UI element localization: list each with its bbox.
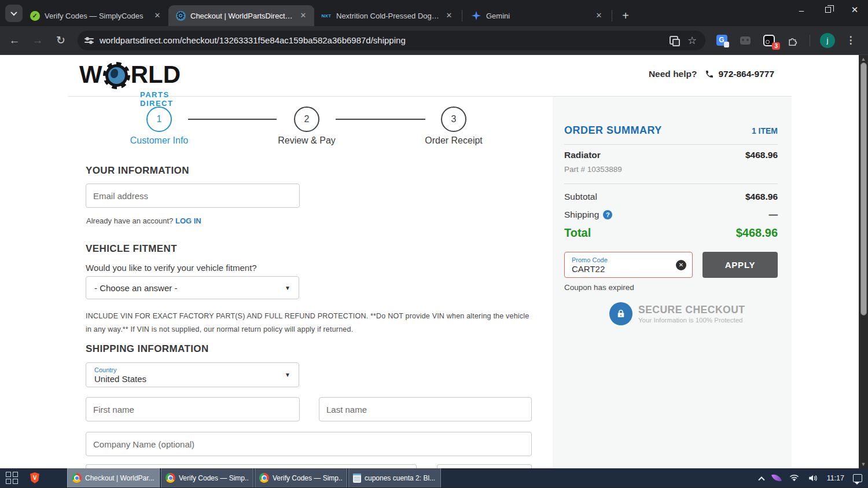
extensions-puzzle-icon[interactable] [786,34,800,47]
address-field-partial[interactable] [86,464,417,468]
tab-divider [462,10,462,21]
scrollbar-thumb[interactable] [860,63,867,315]
divider [564,144,778,145]
step-2-circle: 2 [294,107,319,132]
tab-simplycodes[interactable]: ✓ Verify Codes — SimplyCodes ✕ [23,5,168,26]
new-tab-button[interactable]: + [617,8,634,24]
chevron-down-icon: ▼ [285,372,290,378]
toolbar-divider [810,35,810,46]
tab-title: Verify Codes — SimplyCodes [45,12,149,20]
shipping-value: — [769,210,778,220]
tab-search-button[interactable] [5,5,23,22]
reload-button[interactable]: ↻ [52,32,69,49]
restore-icon [825,7,831,13]
page-scrollbar[interactable]: ▲ ▼ [859,55,868,468]
step-2-label: Review & Pay [255,135,359,146]
promo-input[interactable] [572,264,647,274]
clear-promo-icon[interactable]: ✕ [676,260,686,270]
action-center-icon[interactable] [853,474,862,482]
tab-nextrition[interactable]: NXT Nextrition Cold-Pressed Dog Fo ✕ [314,5,460,26]
fitment-select[interactable]: - Choose an answer - ▼ [86,276,299,299]
tab-close-icon[interactable]: ✕ [444,10,454,21]
phone-link[interactable]: 972-864-9777 [705,69,774,79]
brave-shield-icon: V [30,472,40,483]
vehicle-fitment-heading: VEHICLE FITMENT [86,243,177,255]
taskbar-item-verify-codes-1[interactable]: Verify Codes — Simp... [161,468,253,487]
coupon-expired-message: Coupon has expired [564,283,634,292]
login-link[interactable]: LOG IN [175,217,201,225]
window-restore-button[interactable] [815,0,841,20]
simplycodes-favicon-icon: ✓ [30,10,40,21]
tab-gemini[interactable]: Gemini ✕ [464,5,610,26]
step-connector [188,119,277,120]
promo-code-field[interactable]: Promo Code ✕ [564,252,693,278]
taskbar-item-cupones-notepad[interactable]: cupones cuenta 2: Bl... [348,468,441,487]
your-information-heading: YOUR INFORMATION [86,165,189,177]
order-summary-heading: ORDER SUMMARY [564,124,662,137]
email-field[interactable] [86,184,300,208]
total-label: Total [564,226,591,240]
extension-badge: 3 [772,42,780,50]
scroll-up-icon[interactable]: ▲ [859,56,868,62]
forward-button[interactable]: → [29,32,46,49]
logo-subtitle: PARTS DIRECT [140,90,181,108]
item-price: $468.96 [745,150,778,160]
tab-title: Gemini [486,12,590,20]
robot-extension-icon[interactable] [738,34,752,47]
brave-browser-button[interactable]: V [23,468,46,487]
first-name-field[interactable] [86,397,300,421]
secure-checkout-badge: SECURE CHECKOUT Your Information is 100%… [609,302,745,325]
site-settings-icon[interactable] [84,38,94,43]
window-minimize-button[interactable]: – [788,0,815,20]
gear-globe-icon [103,62,130,89]
back-button[interactable]: ← [6,32,23,49]
step-connector [336,119,425,120]
tray-expand-icon[interactable] [758,476,764,483]
window-close-button[interactable]: ✕ [841,0,868,20]
volume-icon[interactable] [808,474,818,482]
apply-button[interactable]: APPLY [703,252,778,278]
windows-taskbar: V Checkout | WorldPar... Verify Codes — … [0,468,868,487]
url-text[interactable]: worldpartsdirect.com/checkout/13263331f5… [100,35,661,45]
site-header: W RLD PARTS DIRECT Need help? 972-864-97… [68,55,792,97]
company-name-field[interactable] [86,432,532,456]
browser-menu-icon[interactable]: ⋮ [845,34,856,46]
last-name-field[interactable] [319,397,532,421]
nxt-favicon-icon: NXT [321,10,332,21]
subtotal-label: Subtotal [564,192,597,202]
feather-tray-icon[interactable] [771,472,782,483]
bookmark-star-icon[interactable]: ☆ [686,34,698,47]
tab-checkout-active[interactable]: ⚙ Checkout | WorldPartsDirect.co ✕ [168,5,314,26]
scroll-down-icon[interactable]: ▼ [859,461,868,467]
clock[interactable]: 11:17 [827,474,844,482]
vin-disclaimer: INCLUDE VIN FOR EXACT FACTORY PART(S) AN… [86,310,532,336]
address-bar[interactable]: worldpartsdirect.com/checkout/13263331f5… [78,31,705,50]
country-select[interactable]: Country United States ▼ [86,362,299,387]
phone-icon [705,69,714,79]
need-help-label: Need help? [649,69,697,79]
taskbar-item-checkout[interactable]: Checkout | WorldPar... [67,468,160,487]
translate-extension-icon[interactable]: G [715,34,729,47]
dark-extension-icon[interactable]: 3 [762,34,776,47]
translate-page-icon[interactable] [667,34,680,47]
wifi-icon[interactable] [789,474,799,482]
total-value: $468.96 [736,226,778,240]
browser-tab-strip: ✓ Verify Codes — SimplyCodes ✕ ⚙ Checkou… [0,0,868,26]
start-button[interactable] [0,468,23,487]
profile-avatar[interactable]: j [820,33,835,48]
country-value: United States [94,374,285,384]
worldpartsdirect-logo[interactable]: W RLD PARTS DIRECT [79,60,181,89]
shipping-help-icon[interactable]: ? [603,210,612,219]
tab-close-icon[interactable]: ✕ [594,10,604,21]
item-part-number: Part # 10353889 [564,165,622,174]
browser-toolbar: ← → ↻ worldpartsdirect.com/checkout/1326… [0,26,868,55]
worldparts-favicon-icon: ⚙ [175,10,186,21]
shipping-label: Shipping [564,210,599,220]
tab-close-icon[interactable]: ✕ [152,10,163,21]
promo-label: Promo Code [572,256,676,263]
secure-checkout-subtitle: Your Information is 100% Protected [638,317,745,324]
apt-field-partial[interactable] [437,464,532,468]
tab-close-icon[interactable]: ✕ [298,10,308,21]
checkout-page: W RLD PARTS DIRECT Need help? 972-864-97… [0,55,868,468]
taskbar-item-verify-codes-2[interactable]: Verify Codes — Simp... [255,468,347,487]
